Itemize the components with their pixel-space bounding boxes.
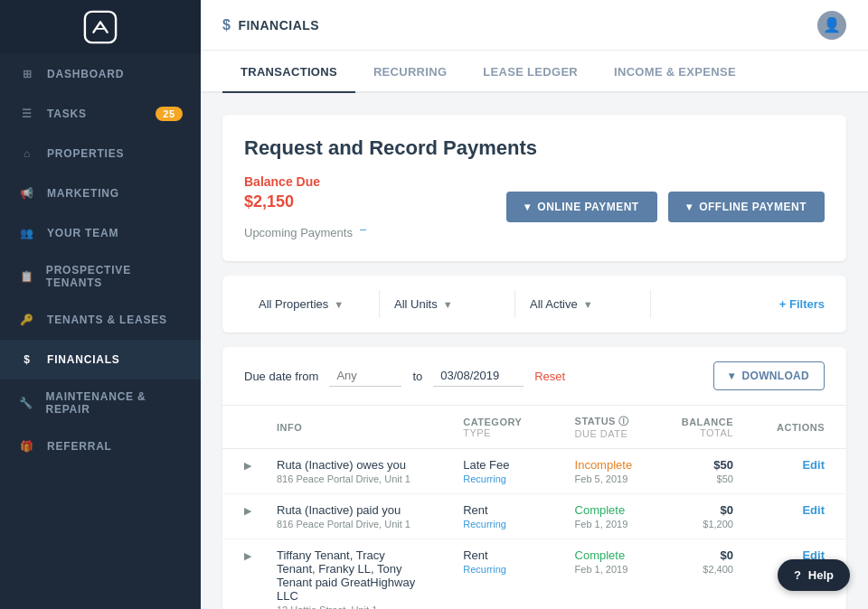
date-from-input[interactable] — [329, 365, 401, 387]
svg-rect-0 — [85, 12, 116, 42]
chevron-down-icon: ▼ — [334, 299, 344, 310]
expand-icon[interactable]: ▶ — [244, 505, 255, 516]
category-sub-link[interactable]: Recurring — [463, 473, 531, 484]
action-link[interactable]: Edit — [802, 503, 825, 517]
sidebar-item-tenants-leases[interactable]: 🔑 TENANTS & LEASES — [0, 300, 201, 340]
nav-tabs: TRANSACTIONS RECURRING LEASE LEDGER INCO… — [201, 51, 868, 93]
upcoming-link[interactable]: – — [360, 222, 366, 236]
balance-total-value: $2,400 — [682, 564, 733, 575]
transaction-address: 12 Hattie Street, Unit 1 — [277, 604, 420, 609]
upcoming-label: Upcoming Payments — [244, 226, 353, 239]
chevron-down-icon: ▾ — [729, 370, 734, 382]
balance-cell: $0 $2,400 — [660, 539, 755, 610]
actions-col-header: ACTIONS — [755, 406, 846, 449]
clipboard-icon: 📋 — [18, 267, 35, 286]
status-badge: Complete — [575, 548, 638, 562]
tab-transactions[interactable]: TRANSACTIONS — [222, 51, 355, 93]
expand-cell[interactable]: ▶ — [222, 449, 255, 494]
user-avatar[interactable]: 👤 — [817, 11, 846, 40]
people-icon: 👥 — [18, 224, 36, 242]
category-type: Late Fee — [463, 458, 531, 472]
sidebar-item-prospective-tenants[interactable]: 📋 PROSPECTIVE TENANTS — [0, 253, 201, 300]
balance-row: Balance Due $2,150 Upcoming Payments – ▾… — [244, 174, 825, 239]
balance-total-value: $50 — [682, 473, 733, 484]
transaction-name: Ruta (Inactive) paid you — [277, 503, 420, 517]
sidebar-item-financials[interactable]: $ FINANCIALS — [0, 340, 201, 379]
info-cell: Ruta (Inactive) paid you 816 Peace Porta… — [255, 494, 441, 539]
balance-cell: $0 $1,200 — [660, 494, 755, 539]
expand-cell[interactable]: ▶ — [222, 539, 255, 610]
category-col-header: CATEGORYTYPE — [441, 406, 552, 449]
due-date-value: Feb 5, 2019 — [575, 473, 638, 484]
tab-recurring[interactable]: RECURRING — [355, 51, 465, 93]
due-date-value: Feb 1, 2019 — [575, 519, 638, 529]
active-filter[interactable]: All Active ▼ — [515, 290, 651, 318]
offline-payment-button[interactable]: ▾ OFFLINE PAYMENT — [668, 192, 825, 222]
card-title: Request and Record Payments — [244, 136, 825, 160]
sidebar-item-dashboard[interactable]: ⊞ DASHBOARD — [0, 54, 201, 94]
date-filter-row: Due date from to Reset ▾ DOWNLOAD — [222, 347, 846, 406]
due-date-value: Feb 1, 2019 — [575, 564, 638, 575]
action-link[interactable]: Edit — [802, 458, 825, 472]
download-button[interactable]: ▾ DOWNLOAD — [713, 361, 825, 390]
expand-icon[interactable]: ▶ — [244, 550, 255, 561]
expand-col-header — [222, 406, 255, 449]
add-filters-link[interactable]: + Filters — [779, 297, 825, 311]
info-col-header: INFO — [255, 406, 441, 449]
transaction-address: 816 Peace Portal Drive, Unit 1 — [277, 519, 420, 529]
expand-icon[interactable]: ▶ — [244, 460, 255, 471]
category-cell: Rent Recurring — [441, 494, 552, 539]
table-row: ▶ Ruta (Inactive) paid you 816 Peace Por… — [222, 494, 846, 539]
top-header: $ FINANCIALS 👤 — [201, 0, 868, 51]
sidebar-item-your-team[interactable]: 👥 YOUR TEAM — [0, 213, 201, 253]
status-badge: Complete — [575, 503, 638, 517]
sidebar-item-marketing[interactable]: 📢 MARKETING — [0, 173, 201, 213]
filters-row: All Properties ▼ All Units ▼ All Active … — [222, 276, 846, 333]
online-payment-button[interactable]: ▾ ONLINE PAYMENT — [506, 192, 657, 222]
status-cell: Complete Feb 1, 2019 — [553, 494, 660, 539]
sidebar-item-properties[interactable]: ⌂ PROPERTIES — [0, 134, 201, 173]
category-cell: Late Fee Recurring — [441, 449, 552, 494]
financials-icon: $ — [222, 17, 231, 33]
chevron-down-icon: ▾ — [686, 201, 693, 213]
expand-cell[interactable]: ▶ — [222, 494, 255, 539]
logo — [0, 0, 201, 54]
balance-value: $0 — [682, 548, 733, 562]
date-to-input[interactable] — [433, 365, 524, 387]
sidebar-item-maintenance[interactable]: 🔧 MAINTENANCE & REPAIR — [0, 379, 201, 426]
tab-lease-ledger[interactable]: LEASE LEDGER — [465, 51, 596, 93]
table-row: ▶ Tiffany Tenant, Tracy Tenant, Franky L… — [222, 539, 846, 610]
tab-income-expense[interactable]: INCOME & EXPENSE — [596, 51, 754, 93]
category-cell: Rent Recurring — [441, 539, 552, 610]
chevron-down-icon: ▼ — [583, 299, 593, 310]
main-content: $ FINANCIALS 👤 TRANSACTIONS RECURRING LE… — [201, 0, 868, 609]
gift-icon: 🎁 — [18, 437, 36, 455]
category-sub-link[interactable]: Recurring — [463, 519, 531, 529]
chevron-down-icon: ▼ — [443, 299, 453, 310]
transaction-address: 816 Peace Portal Drive, Unit 1 — [277, 473, 420, 484]
transactions-table: INFO CATEGORYTYPE STATUS ⓘDUE DATE BALAN… — [222, 406, 846, 609]
page-title: $ FINANCIALS — [222, 17, 319, 33]
home-icon: ⌂ — [18, 145, 36, 163]
status-cell: Complete Feb 1, 2019 — [553, 539, 660, 610]
status-badge: Incomplete — [575, 458, 638, 472]
units-filter[interactable]: All Units ▼ — [380, 290, 515, 318]
sidebar-item-tasks[interactable]: ☰ TASKS 25 — [0, 94, 201, 134]
category-sub-link[interactable]: Recurring — [463, 564, 531, 575]
status-cell: Incomplete Feb 5, 2019 — [553, 449, 660, 494]
transaction-name: Tiffany Tenant, Tracy Tenant, Franky LL,… — [277, 548, 420, 603]
balance-value: $0 — [682, 503, 733, 517]
page-content: Request and Record Payments Balance Due … — [201, 93, 868, 609]
sidebar-item-referral[interactable]: 🎁 REFERRAL — [0, 426, 201, 466]
megaphone-icon: 📢 — [18, 184, 36, 202]
sidebar: ⊞ DASHBOARD ☰ TASKS 25 ⌂ PROPERTIES 📢 MA… — [0, 0, 201, 609]
status-col-header: STATUS ⓘDUE DATE — [553, 406, 660, 449]
properties-filter[interactable]: All Properties ▼ — [244, 290, 380, 318]
help-button[interactable]: ? Help — [778, 559, 850, 591]
actions-cell: Edit — [755, 449, 846, 494]
balance-value: $50 — [682, 458, 733, 472]
due-date-label: Due date from — [244, 370, 318, 383]
balance-amount: $2,150 — [244, 192, 366, 211]
balance-cell: $50 $50 — [660, 449, 755, 494]
reset-link[interactable]: Reset — [534, 370, 565, 383]
